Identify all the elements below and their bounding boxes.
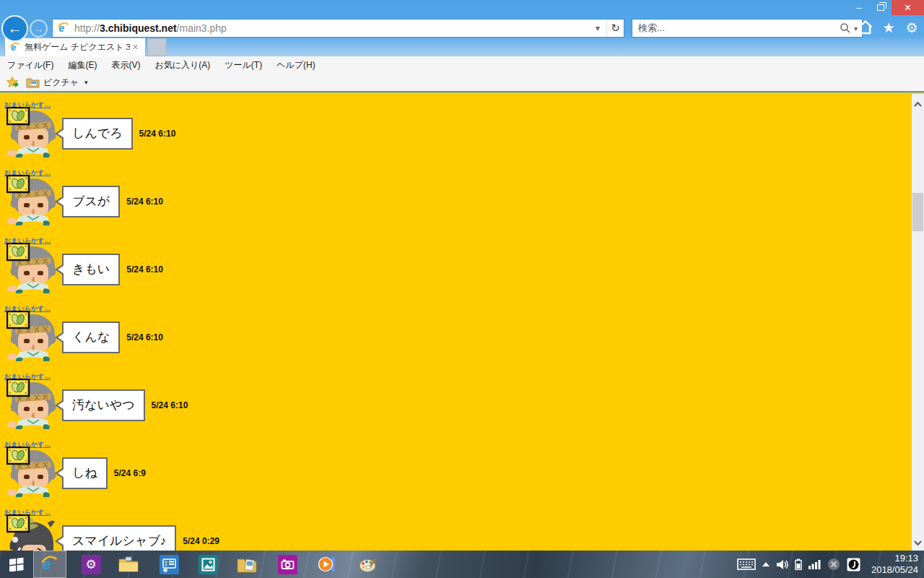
- tab-close-icon[interactable]: ✕: [130, 43, 141, 52]
- clock-date: 2018/05/24: [871, 564, 918, 576]
- message-timestamp: 5/24 6:10: [152, 400, 188, 410]
- settings-icon[interactable]: ⚙: [904, 20, 920, 35]
- chat-message-row: おまいらかす… ブスが 5/24 6:10: [0, 168, 912, 236]
- speech-bubble: ブスが: [62, 186, 120, 217]
- paint-icon: [359, 556, 378, 573]
- message-timestamp: 5/24 6:10: [139, 129, 176, 139]
- beginner-leaf-badge-icon: [6, 243, 30, 262]
- message-timestamp: 5/24 0:29: [183, 536, 219, 546]
- back-icon: ←: [8, 20, 22, 37]
- clock-time: 19:13: [871, 553, 918, 564]
- message-text: くんな: [72, 330, 110, 344]
- message-timestamp: 5/24 6:10: [126, 264, 163, 275]
- speech-bubble: 汚ないやつ: [62, 389, 145, 421]
- chat-message-row: おまいらかす… 汚ないやつ 5/24 6:10: [0, 372, 912, 440]
- minimize-button[interactable]: –: [848, 0, 870, 15]
- volume-icon[interactable]: [776, 559, 788, 570]
- taskbar-system-app-button[interactable]: [153, 551, 185, 578]
- photos-app-icon: [199, 555, 218, 574]
- taskbar-photos-button[interactable]: [192, 551, 224, 578]
- speech-bubble: くんな: [62, 322, 120, 353]
- avatar: [6, 107, 59, 160]
- favorites-dropdown-icon[interactable]: ▼: [83, 79, 89, 86]
- beginner-leaf-badge-icon: [6, 447, 30, 465]
- search-box[interactable]: 検索... ▾: [632, 19, 863, 38]
- chat-message-row: おまいらかす… スマイルシャブ♪ 5/24 0:29: [0, 508, 912, 551]
- system-app-icon: [160, 555, 179, 574]
- close-button[interactable]: ✕: [892, 0, 924, 15]
- restore-icon: [877, 4, 884, 11]
- avatar: [6, 447, 59, 500]
- avatar: [6, 175, 59, 228]
- windows-logo-icon: [9, 557, 25, 571]
- favorites-bar-label[interactable]: ピクチャ: [43, 77, 79, 89]
- message-text: きもい: [72, 262, 110, 276]
- taskbar-pictures-button[interactable]: [230, 551, 264, 578]
- status-x-circle-icon[interactable]: [827, 558, 840, 571]
- avatar: [6, 514, 59, 551]
- media-player-icon: [318, 556, 337, 573]
- browser-top-bar: – ✕ ← → http://3.chibiquest.net/main3.ph…: [0, 0, 924, 38]
- tab-strip: 無料ゲーム チビクエスト３ ✕: [0, 38, 924, 56]
- menu-bar: ファイル(F) 編集(E) 表示(V) お気に入り(A) ツール(T) ヘルプ(…: [0, 56, 924, 74]
- address-bar[interactable]: http://3.chibiquest.net/main3.php ▾ ↻: [52, 19, 624, 38]
- url-dropdown-icon[interactable]: ▾: [589, 20, 606, 37]
- network-signal-icon[interactable]: [808, 559, 821, 569]
- restore-button[interactable]: [870, 0, 892, 15]
- new-tab-button[interactable]: [147, 38, 167, 56]
- favorites-icon[interactable]: ★: [881, 20, 897, 35]
- avatar: [6, 243, 59, 296]
- chat-message-row: おまいらかす… しね 5/24 6:9: [0, 440, 912, 508]
- hidden-icons-arrow[interactable]: [762, 562, 770, 566]
- taskbar-settings-button[interactable]: ⚙: [75, 551, 107, 578]
- screen: e: [0, 0, 924, 578]
- menu-favorites[interactable]: お気に入り(A): [154, 59, 210, 72]
- taskbar-media-player-button[interactable]: [312, 551, 344, 578]
- file-explorer-icon: [118, 556, 139, 572]
- scroll-up-icon[interactable]: [912, 98, 924, 111]
- vertical-scrollbar[interactable]: [912, 94, 924, 551]
- beginner-leaf-badge-icon: [6, 514, 30, 533]
- search-icon[interactable]: [840, 22, 851, 34]
- taskbar: ⚙: [0, 551, 924, 578]
- speech-bubble: しんでろ: [62, 118, 133, 150]
- scrollbar-thumb[interactable]: [912, 193, 923, 231]
- add-favorite-icon[interactable]: [6, 76, 20, 89]
- chat-message-row: おまいらかす… きもい 5/24 6:10: [0, 236, 912, 304]
- battery-icon[interactable]: [795, 558, 802, 570]
- message-timestamp: 5/24 6:10: [126, 197, 163, 207]
- page-content: おまいらかす… しんでろ 5/24 6:10 おまいらかす… ブスが 5/24 …: [0, 94, 912, 551]
- message-timestamp: 5/24 6:9: [114, 468, 146, 478]
- window-controls: – ✕: [848, 0, 924, 15]
- chat-list: おまいらかす… しんでろ 5/24 6:10 おまいらかす… ブスが 5/24 …: [0, 100, 912, 551]
- refresh-icon[interactable]: ↻: [606, 20, 624, 37]
- scroll-down-icon[interactable]: [912, 537, 924, 549]
- start-button[interactable]: [1, 551, 32, 578]
- speech-bubble: きもい: [62, 254, 120, 285]
- taskbar-clock[interactable]: 19:13 2018/05/24: [871, 553, 918, 576]
- message-text: しね: [72, 466, 97, 480]
- avatar: [6, 311, 59, 364]
- tab-chibiquest[interactable]: 無料ゲーム チビクエスト３ ✕: [4, 38, 146, 56]
- beginner-leaf-badge-icon: [6, 379, 30, 397]
- taskbar-paint-button[interactable]: [351, 551, 385, 578]
- menu-tools[interactable]: ツール(T): [225, 59, 262, 72]
- back-button[interactable]: ←: [1, 15, 28, 42]
- pictures-folder-icon[interactable]: [26, 77, 40, 88]
- favorites-bar: ピクチャ ▼: [0, 74, 924, 92]
- beginner-leaf-badge-icon: [6, 175, 30, 194]
- forward-button[interactable]: →: [30, 20, 48, 38]
- menu-edit[interactable]: 編集(E): [68, 59, 97, 72]
- menu-view[interactable]: 表示(V): [111, 59, 140, 72]
- menu-file[interactable]: ファイル(F): [7, 59, 53, 72]
- taskbar-file-explorer-button[interactable]: [113, 551, 144, 578]
- ie-taskbar-icon: [40, 556, 59, 573]
- menu-help[interactable]: ヘルプ(H): [276, 59, 315, 72]
- home-icon[interactable]: [858, 20, 873, 35]
- taskbar-camera-button[interactable]: [271, 551, 303, 578]
- touch-keyboard-icon[interactable]: [737, 558, 756, 570]
- ie-tab-icon: [9, 42, 21, 53]
- url-text[interactable]: http://3.chibiquest.net/main3.php: [74, 22, 589, 34]
- taskbar-ie-button[interactable]: [33, 551, 66, 578]
- tray-app-icon[interactable]: [847, 558, 860, 571]
